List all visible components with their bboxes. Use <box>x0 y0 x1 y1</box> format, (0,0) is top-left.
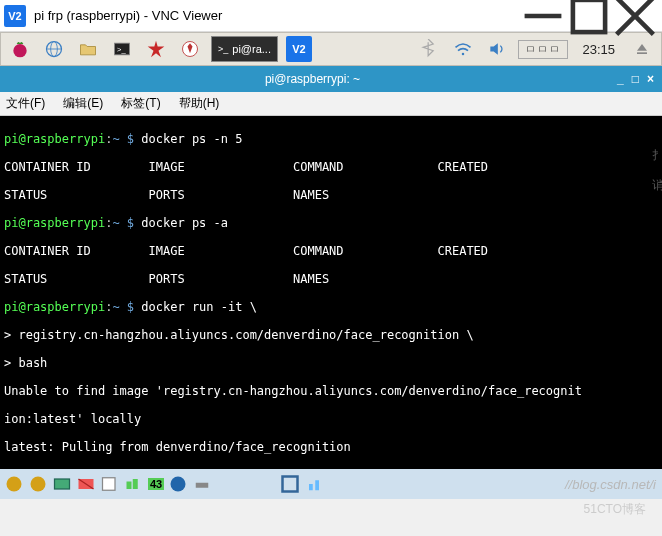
vnc-logo-icon: V2 <box>4 5 26 27</box>
output-line: STATUS PORTS NAMES <box>4 188 658 202</box>
outer-window-title: pi frp (raspberrypi) - VNC Viewer <box>34 8 520 23</box>
task-label: pi@ra... <box>232 43 271 55</box>
prompt-user: pi@raspberrypi <box>4 132 105 146</box>
tray-icon[interactable] <box>4 475 24 493</box>
svg-rect-21 <box>127 482 132 490</box>
taskbar-clock[interactable]: 23:15 <box>582 42 615 57</box>
host-taskbar: 43 //blog.csdn.net/i <box>0 469 662 499</box>
side-char: 诮 <box>652 177 662 194</box>
svg-marker-10 <box>148 41 165 58</box>
svg-point-16 <box>31 477 46 492</box>
menu-file[interactable]: 文件(F) <box>6 95 45 112</box>
prompt-path: ~ <box>112 132 119 146</box>
svg-rect-14 <box>637 52 647 54</box>
battery-percent: 43 <box>148 478 164 490</box>
menu-edit[interactable]: 编辑(E) <box>63 95 103 112</box>
side-chars: 扌 诮 <box>652 140 662 200</box>
output-line: latest: Pulling from denverdino/face_rec… <box>4 440 658 454</box>
web-browser-icon[interactable] <box>41 36 67 62</box>
svg-rect-1 <box>573 0 605 32</box>
prompt-path: ~ <box>112 300 119 314</box>
command-text: docker ps -a <box>141 216 228 230</box>
prompt-user: pi@raspberrypi <box>4 216 105 230</box>
output-line: ion:latest' locally <box>4 412 658 426</box>
svg-rect-26 <box>309 484 313 490</box>
watermark-text-2: 51CTO博客 <box>584 501 646 518</box>
taskbar-item-terminal[interactable]: >_ pi@ra... <box>211 36 278 62</box>
vnc-server-icon[interactable]: V2 <box>286 36 312 62</box>
svg-rect-24 <box>196 483 209 488</box>
svg-rect-25 <box>283 477 298 492</box>
tray-icon[interactable] <box>28 475 48 493</box>
raspberry-menu-icon[interactable] <box>7 36 33 62</box>
tray-icon[interactable] <box>124 475 144 493</box>
output-line: > registry.cn-hangzhou.aliyuncs.com/denv… <box>4 328 658 342</box>
tray-icon[interactable] <box>52 475 72 493</box>
terminal-window-titlebar: pi@raspberrypi: ~ _ □ × <box>0 66 662 92</box>
prompt-user: pi@raspberrypi <box>4 300 105 314</box>
tray-icon[interactable] <box>168 475 188 493</box>
command-text: docker run -it \ <box>141 300 257 314</box>
watermark-text: //blog.csdn.net/i <box>565 477 656 492</box>
terminal-small-icon: >_ <box>218 44 228 54</box>
prompt-dollar: $ <box>120 216 142 230</box>
svg-point-12 <box>462 53 465 56</box>
inner-maximize-button[interactable]: □ <box>632 72 639 86</box>
tray-icon[interactable] <box>76 475 96 493</box>
svg-rect-27 <box>316 480 320 490</box>
tray-icon[interactable] <box>280 475 300 493</box>
output-line: STATUS PORTS NAMES <box>4 272 658 286</box>
terminal-icon[interactable]: >_ <box>109 36 135 62</box>
menu-tabs[interactable]: 标签(T) <box>121 95 160 112</box>
outer-window-titlebar: V2 pi frp (raspberrypi) - VNC Viewer <box>0 0 662 32</box>
inner-minimize-button[interactable]: _ <box>617 72 624 86</box>
svg-marker-13 <box>637 44 647 51</box>
file-manager-icon[interactable] <box>75 36 101 62</box>
terminal-window-title: pi@raspberrypi: ~ <box>8 72 617 86</box>
tray-icon[interactable] <box>192 475 212 493</box>
svg-point-4 <box>13 44 26 57</box>
output-line: Unable to find image 'registry.cn-hangzh… <box>4 384 658 398</box>
close-button[interactable] <box>612 1 658 31</box>
bluetooth-icon[interactable] <box>416 36 442 62</box>
minimize-button[interactable] <box>520 1 566 31</box>
eject-icon[interactable] <box>629 36 655 62</box>
keyboard-indicator[interactable]: ㅁㅁㅁ <box>518 40 568 59</box>
maximize-button[interactable] <box>566 1 612 31</box>
menu-help[interactable]: 帮助(H) <box>179 95 220 112</box>
system-tray: ㅁㅁㅁ 23:15 <box>416 36 655 62</box>
inner-close-button[interactable]: × <box>647 72 654 86</box>
svg-point-23 <box>171 477 186 492</box>
tray-icon[interactable] <box>100 475 120 493</box>
command-text: docker ps -n 5 <box>141 132 242 146</box>
mathematica-spikey-icon[interactable] <box>143 36 169 62</box>
wifi-icon[interactable] <box>450 36 476 62</box>
svg-text:>_: >_ <box>117 45 126 54</box>
prompt-dollar: $ <box>120 300 142 314</box>
terminal-menubar: 文件(F) 编辑(E) 标签(T) 帮助(H) <box>0 92 662 116</box>
svg-point-15 <box>7 477 22 492</box>
svg-rect-17 <box>55 479 70 489</box>
prompt-path: ~ <box>112 216 119 230</box>
tray-icon[interactable] <box>304 475 324 493</box>
svg-rect-20 <box>103 478 116 491</box>
output-line: CONTAINER ID IMAGE COMMAND CREATED <box>4 160 658 174</box>
side-char: 扌 <box>652 147 662 164</box>
output-line: CONTAINER ID IMAGE COMMAND CREATED <box>4 244 658 258</box>
rpi-taskbar: >_ >_ pi@ra... V2 ㅁㅁㅁ 23:15 <box>0 32 662 66</box>
prompt-dollar: $ <box>120 132 142 146</box>
svg-rect-22 <box>133 479 138 489</box>
volume-icon[interactable] <box>484 36 510 62</box>
terminal-content[interactable]: pi@raspberrypi:~ $ docker ps -n 5 CONTAI… <box>0 116 662 469</box>
wolfram-icon[interactable] <box>177 36 203 62</box>
output-line: > bash <box>4 356 658 370</box>
